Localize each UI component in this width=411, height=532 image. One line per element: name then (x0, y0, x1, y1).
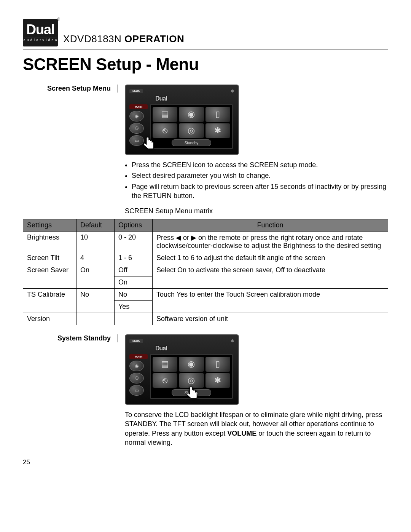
cell-option: Yes (115, 301, 153, 313)
cell-setting: Brightness (23, 232, 76, 252)
text-bold: VOLUME (227, 430, 256, 437)
cell-function: Select 1 to 6 to adjust the default tilt… (153, 252, 388, 264)
cell-default (76, 313, 115, 325)
table-row: TS Calibrate No No Touch Yes to enter th… (23, 289, 388, 301)
device-screenshot: MAIN ✱ Dual MAIN ◉ ⚇ ▭ ▤ ◉ ▯ ⎋ ◎ ✱ Stand… (125, 85, 239, 155)
bullet-item: Select desired parameter you wish to cha… (132, 171, 388, 180)
tile-ipod-icon: ▯ (206, 107, 230, 122)
col-default: Default (76, 219, 115, 232)
cell-setting: TS Calibrate (23, 289, 76, 313)
cell-default: On (76, 264, 115, 289)
side-screen-icon: ▭ (129, 385, 144, 396)
section-label: System Standby (23, 334, 118, 342)
logo-brand-text: Dual (26, 24, 54, 36)
tile-bluetooth-icon: ✱ (206, 123, 230, 138)
side-disc-icon: ◉ (129, 111, 144, 121)
logo-sub-text: a u d i o • v i d e o (24, 37, 57, 42)
registered-mark: ® (57, 17, 60, 21)
col-options: Options (115, 219, 153, 232)
table-row: Brightness 10 0 - 20 Press ◀ or ▶ on the… (23, 232, 388, 252)
cell-function: Software version of unit (153, 313, 388, 325)
side-disc-icon: ◉ (129, 361, 144, 371)
section-content: MAIN ✱ Dual MAIN ◉ ⚇ ▭ ▤ ◉ ▯ ⎋ ◎ ✱ Stand… (118, 85, 388, 215)
col-settings: Settings (23, 219, 76, 232)
table-row: Screen Saver On Off Select On to activat… (23, 264, 388, 276)
col-function: Function (153, 219, 388, 232)
tile-disc-icon: ◉ (179, 107, 204, 122)
bluetooth-icon: ✱ (231, 89, 234, 93)
instruction-list: Press the SCREEN icon to access the SCRE… (132, 160, 388, 200)
matrix-caption: SCREEN Setup Menu matrix (125, 207, 388, 215)
page-number: 25 (23, 459, 388, 466)
main-badge-left: MAIN (129, 354, 148, 359)
cell-function: Touch Yes to enter the Touch Screen cali… (153, 289, 388, 313)
model-heading: XDVD8183N OPERATION (63, 33, 184, 46)
tile-ipod-icon: ▯ (206, 357, 230, 372)
tile-bluetooth-icon: ✱ (206, 373, 230, 388)
screenshot-grid: ▤ ◉ ▯ ⎋ ◎ ✱ Standby (150, 104, 233, 149)
table-header-row: Settings Default Options Function (23, 219, 388, 232)
tile-camera-icon: ◎ (179, 123, 204, 138)
side-people-icon: ⚇ (129, 373, 144, 383)
main-badge-top: MAIN (129, 339, 143, 343)
cell-option (115, 313, 153, 325)
standby-button: Standby (172, 139, 211, 146)
cell-option: 0 - 20 (115, 232, 153, 252)
brand-logo: ® Dual a u d i o • v i d e o (23, 19, 58, 46)
cell-function: Press ◀ or ▶ on the remote or press the … (153, 232, 388, 252)
page-title: SCREEN Setup - Menu (23, 55, 388, 74)
screenshot-brand: Dual (155, 345, 167, 352)
cell-option: Off (115, 264, 153, 276)
device-screenshot: MAIN ✱ Dual MAIN ◉ ⚇ ▭ ▤ ◉ ▯ ⎋ ◎ ✱ Stand… (125, 334, 239, 405)
standby-description: To conserve the LCD backlight lifespan o… (125, 410, 388, 447)
tile-radio-icon: ▤ (153, 107, 177, 122)
section-screen-setup: Screen Setup Menu MAIN ✱ Dual MAIN ◉ ⚇ ▭… (23, 85, 388, 215)
tile-disc-icon: ◉ (179, 357, 204, 372)
cell-default: No (76, 289, 115, 313)
pointing-hand-icon (139, 136, 158, 155)
header-rule (23, 50, 388, 50)
cell-setting: Version (23, 313, 76, 325)
table-row: Screen Tilt 4 1 - 6 Select 1 to 6 to adj… (23, 252, 388, 264)
cell-setting: Screen Tilt (23, 252, 76, 264)
tile-radio-icon: ▤ (153, 357, 177, 372)
model-number: XDVD8183N (63, 33, 121, 45)
screenshot-brand: Dual (155, 95, 167, 102)
bullet-item: Page will return back to previous screen… (132, 182, 388, 201)
table-row: Version Software version of unit (23, 313, 388, 325)
tile-aux-icon: ⎋ (153, 373, 177, 388)
pointing-hand-icon (183, 385, 202, 405)
cell-option: No (115, 289, 153, 301)
section-system-standby: System Standby MAIN ✱ Dual MAIN ◉ ⚇ ▭ ▤ … (23, 334, 388, 447)
operation-label: OPERATION (121, 33, 184, 45)
cell-function: Select On to activate the screen saver, … (153, 264, 388, 289)
main-badge-left: MAIN (129, 104, 148, 109)
cell-default: 10 (76, 232, 115, 252)
section-label: Screen Setup Menu (23, 85, 118, 93)
bullet-item: Press the SCREEN icon to access the SCRE… (132, 160, 388, 169)
bluetooth-icon: ✱ (231, 339, 234, 343)
setup-matrix-table: Settings Default Options Function Bright… (23, 219, 388, 325)
cell-default: 4 (76, 252, 115, 264)
cell-setting: Screen Saver (23, 264, 76, 289)
page-header: ® Dual a u d i o • v i d e o XDVD8183N O… (23, 19, 388, 46)
cell-option: 1 - 6 (115, 252, 153, 264)
cell-option: On (115, 276, 153, 289)
section-content: MAIN ✱ Dual MAIN ◉ ⚇ ▭ ▤ ◉ ▯ ⎋ ◎ ✱ Stand… (118, 334, 388, 447)
side-people-icon: ⚇ (129, 123, 144, 134)
main-badge-top: MAIN (129, 89, 143, 93)
